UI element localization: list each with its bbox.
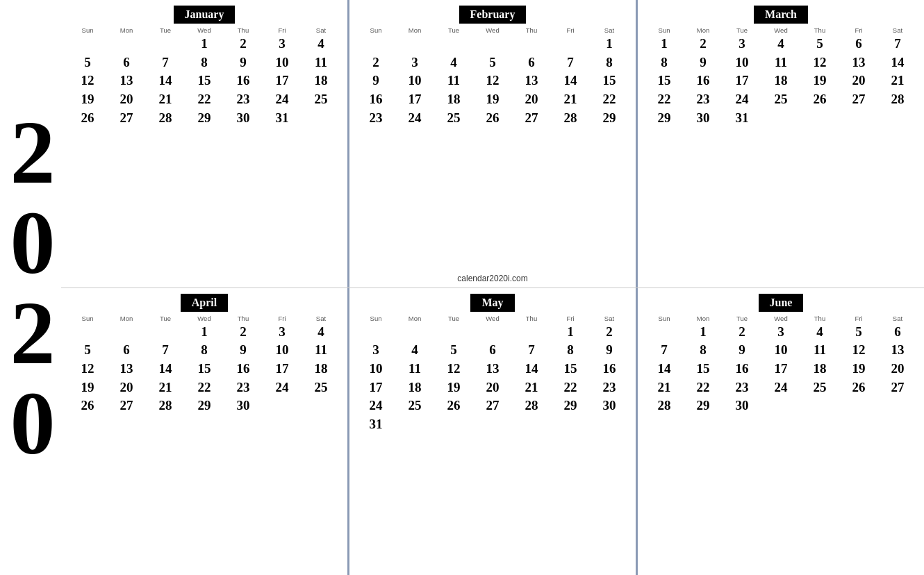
day-cell: 19	[434, 379, 473, 397]
day-header-tue: Tue	[146, 26, 185, 34]
day-cell: 27	[512, 110, 551, 127]
day-cell: 7	[878, 35, 917, 53]
day-cell: 10	[356, 360, 395, 378]
day-cell: 3	[395, 54, 434, 72]
day-cell: 26	[800, 91, 839, 108]
day-cell: 31	[263, 110, 302, 127]
day-header-sat: Sat	[590, 315, 629, 322]
day-header-tue: Tue	[434, 26, 473, 34]
empty-cell	[68, 324, 107, 341]
day-cell: 15	[590, 72, 629, 90]
day-header-wed: Wed	[185, 315, 224, 322]
day-header-fri: Fri	[839, 315, 878, 322]
day-cell: 4	[302, 35, 340, 53]
day-cell: 30	[224, 397, 263, 415]
day-cell: 9	[723, 342, 761, 359]
day-cell: 6	[107, 54, 146, 72]
day-cell: 9	[224, 54, 263, 72]
day-cell: 28	[512, 397, 551, 415]
day-cell: 18	[395, 379, 434, 397]
day-cell: 24	[395, 110, 434, 127]
day-header-thu: Thu	[224, 26, 263, 34]
empty-cell	[551, 35, 590, 53]
day-header-thu: Thu	[512, 26, 551, 34]
day-cell: 3	[263, 35, 302, 53]
day-cell: 6	[878, 324, 917, 341]
day-cell: 28	[551, 110, 590, 127]
day-header-mon: Mon	[107, 26, 146, 34]
month-title-april: April	[181, 294, 228, 312]
day-cell: 2	[224, 35, 263, 53]
day-cell: 18	[761, 72, 800, 90]
calendar-row-2: AprilSunMonTueWedThuFriSat12345678910111…	[61, 288, 924, 576]
day-cell: 25	[434, 110, 473, 127]
day-cell: 16	[723, 360, 761, 378]
year-display: 2 0 2 0	[0, 0, 63, 575]
day-cell: 1	[590, 35, 629, 53]
day-cell: 24	[723, 91, 761, 108]
day-cell: 3	[723, 35, 761, 53]
day-header-sun: Sun	[645, 26, 684, 34]
empty-cell	[434, 35, 473, 53]
day-cell: 25	[800, 379, 839, 397]
day-header-mon: Mon	[107, 315, 146, 322]
watermark: calendar2020i.com	[457, 274, 527, 283]
day-cell: 20	[107, 91, 146, 108]
day-header-thu: Thu	[224, 315, 263, 322]
day-header-sat: Sat	[878, 26, 917, 34]
day-cell: 8	[684, 342, 723, 359]
day-cell: 27	[839, 91, 878, 108]
day-cell: 29	[645, 110, 684, 127]
day-cell: 14	[146, 72, 185, 90]
day-cell: 20	[473, 379, 512, 397]
day-cell: 29	[551, 397, 590, 415]
month-title-may: May	[470, 294, 514, 312]
day-cell: 9	[356, 72, 395, 90]
day-cell: 7	[551, 54, 590, 72]
month-block-february: FebruarySunMonTueWedThuFriSat12345678910…	[349, 0, 638, 288]
day-header-fri: Fri	[839, 26, 878, 34]
empty-cell	[473, 35, 512, 53]
day-cell: 17	[263, 72, 302, 90]
day-cell: 27	[473, 397, 512, 415]
day-cell: 25	[395, 397, 434, 415]
day-cell: 22	[590, 91, 629, 108]
day-cell: 11	[761, 54, 800, 72]
day-header-sat: Sat	[878, 315, 917, 322]
year-digit-0b: 0	[10, 378, 53, 468]
day-cell: 24	[356, 397, 395, 415]
day-header-tue: Tue	[723, 315, 761, 322]
day-cell: 14	[551, 72, 590, 90]
day-cell: 8	[551, 342, 590, 359]
day-cell: 4	[302, 324, 340, 341]
month-title-june: June	[759, 294, 804, 312]
day-cell: 19	[68, 91, 107, 108]
day-cell: 14	[878, 54, 917, 72]
day-cell: 23	[590, 379, 629, 397]
day-cell: 12	[473, 72, 512, 90]
empty-cell	[356, 35, 395, 53]
day-cell: 21	[512, 379, 551, 397]
day-header-wed: Wed	[761, 315, 800, 322]
day-header-sat: Sat	[302, 26, 340, 34]
calendar-row-1: JanuarySunMonTueWedThuFriSat123456789101…	[61, 0, 924, 288]
day-cell: 14	[146, 360, 185, 378]
day-cell: 2	[723, 324, 761, 341]
day-cell: 18	[302, 72, 340, 90]
day-cell: 26	[434, 397, 473, 415]
day-cell: 12	[839, 342, 878, 359]
day-cell: 16	[356, 91, 395, 108]
day-cell: 27	[878, 379, 917, 397]
day-cell: 27	[107, 397, 146, 415]
day-cell: 30	[684, 110, 723, 127]
day-cell: 3	[356, 342, 395, 359]
day-cell: 1	[645, 35, 684, 53]
empty-cell	[645, 324, 684, 341]
calendar-grid-february: 1234567891011121314151617181920212223242…	[356, 35, 629, 126]
day-cell: 23	[684, 91, 723, 108]
day-cell: 5	[434, 342, 473, 359]
day-header-mon: Mon	[684, 315, 723, 322]
day-cell: 22	[551, 379, 590, 397]
day-cell: 18	[434, 91, 473, 108]
day-cell: 7	[512, 342, 551, 359]
